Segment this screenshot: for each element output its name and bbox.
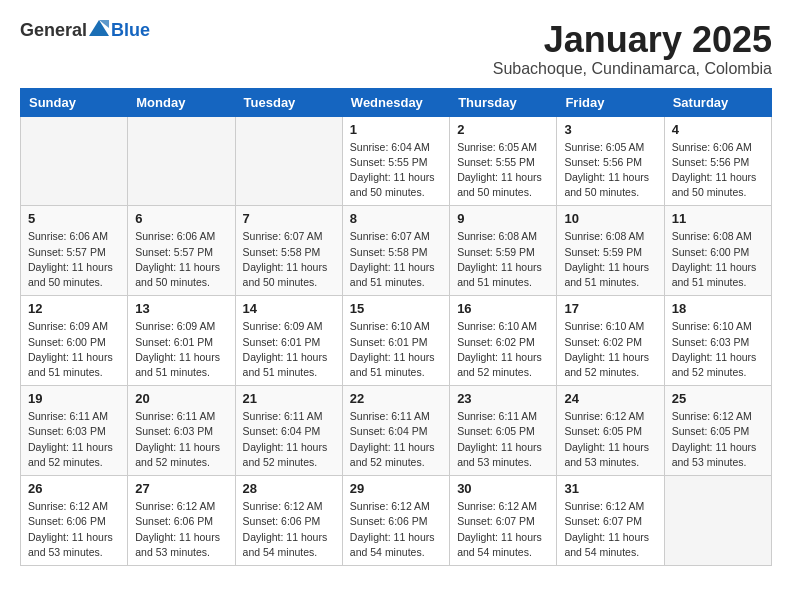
day-number: 4 — [672, 122, 764, 137]
day-number: 30 — [457, 481, 549, 496]
day-number: 18 — [672, 301, 764, 316]
day-number: 8 — [350, 211, 442, 226]
calendar-cell: 26Sunrise: 6:12 AM Sunset: 6:06 PM Dayli… — [21, 476, 128, 566]
day-number: 2 — [457, 122, 549, 137]
calendar-cell: 22Sunrise: 6:11 AM Sunset: 6:04 PM Dayli… — [342, 386, 449, 476]
day-info: Sunrise: 6:12 AM Sunset: 6:06 PM Dayligh… — [350, 499, 442, 560]
day-number: 17 — [564, 301, 656, 316]
calendar-cell: 10Sunrise: 6:08 AM Sunset: 5:59 PM Dayli… — [557, 206, 664, 296]
calendar-cell: 20Sunrise: 6:11 AM Sunset: 6:03 PM Dayli… — [128, 386, 235, 476]
day-info: Sunrise: 6:10 AM Sunset: 6:02 PM Dayligh… — [564, 319, 656, 380]
calendar-cell — [235, 116, 342, 206]
calendar-cell: 25Sunrise: 6:12 AM Sunset: 6:05 PM Dayli… — [664, 386, 771, 476]
weekday-header-row: SundayMondayTuesdayWednesdayThursdayFrid… — [21, 88, 772, 116]
calendar-cell: 4Sunrise: 6:06 AM Sunset: 5:56 PM Daylig… — [664, 116, 771, 206]
day-info: Sunrise: 6:12 AM Sunset: 6:05 PM Dayligh… — [564, 409, 656, 470]
calendar-cell: 2Sunrise: 6:05 AM Sunset: 5:55 PM Daylig… — [450, 116, 557, 206]
day-number: 28 — [243, 481, 335, 496]
day-number: 20 — [135, 391, 227, 406]
logo-icon — [89, 20, 109, 36]
weekday-header-monday: Monday — [128, 88, 235, 116]
day-info: Sunrise: 6:06 AM Sunset: 5:57 PM Dayligh… — [135, 229, 227, 290]
logo-general-text: General — [20, 20, 87, 40]
day-info: Sunrise: 6:11 AM Sunset: 6:04 PM Dayligh… — [350, 409, 442, 470]
weekday-header-friday: Friday — [557, 88, 664, 116]
location-subtitle: Subachoque, Cundinamarca, Colombia — [493, 60, 772, 78]
calendar-week-3: 12Sunrise: 6:09 AM Sunset: 6:00 PM Dayli… — [21, 296, 772, 386]
day-info: Sunrise: 6:12 AM Sunset: 6:06 PM Dayligh… — [135, 499, 227, 560]
calendar-cell: 3Sunrise: 6:05 AM Sunset: 5:56 PM Daylig… — [557, 116, 664, 206]
calendar-cell: 19Sunrise: 6:11 AM Sunset: 6:03 PM Dayli… — [21, 386, 128, 476]
day-number: 6 — [135, 211, 227, 226]
day-info: Sunrise: 6:09 AM Sunset: 6:00 PM Dayligh… — [28, 319, 120, 380]
calendar-cell: 12Sunrise: 6:09 AM Sunset: 6:00 PM Dayli… — [21, 296, 128, 386]
day-number: 22 — [350, 391, 442, 406]
calendar-cell: 18Sunrise: 6:10 AM Sunset: 6:03 PM Dayli… — [664, 296, 771, 386]
logo-blue-text: Blue — [111, 20, 150, 40]
day-number: 29 — [350, 481, 442, 496]
day-info: Sunrise: 6:10 AM Sunset: 6:02 PM Dayligh… — [457, 319, 549, 380]
day-info: Sunrise: 6:06 AM Sunset: 5:56 PM Dayligh… — [672, 140, 764, 201]
calendar-cell: 24Sunrise: 6:12 AM Sunset: 6:05 PM Dayli… — [557, 386, 664, 476]
calendar-cell: 7Sunrise: 6:07 AM Sunset: 5:58 PM Daylig… — [235, 206, 342, 296]
calendar-table: SundayMondayTuesdayWednesdayThursdayFrid… — [20, 88, 772, 566]
day-info: Sunrise: 6:12 AM Sunset: 6:06 PM Dayligh… — [243, 499, 335, 560]
title-block: January 2025 Subachoque, Cundinamarca, C… — [493, 20, 772, 78]
day-number: 1 — [350, 122, 442, 137]
day-number: 31 — [564, 481, 656, 496]
day-info: Sunrise: 6:08 AM Sunset: 6:00 PM Dayligh… — [672, 229, 764, 290]
day-number: 21 — [243, 391, 335, 406]
logo: GeneralBlue — [20, 20, 150, 41]
weekday-header-saturday: Saturday — [664, 88, 771, 116]
day-number: 11 — [672, 211, 764, 226]
day-info: Sunrise: 6:12 AM Sunset: 6:07 PM Dayligh… — [564, 499, 656, 560]
calendar-cell: 23Sunrise: 6:11 AM Sunset: 6:05 PM Dayli… — [450, 386, 557, 476]
day-info: Sunrise: 6:09 AM Sunset: 6:01 PM Dayligh… — [135, 319, 227, 380]
calendar-cell: 27Sunrise: 6:12 AM Sunset: 6:06 PM Dayli… — [128, 476, 235, 566]
calendar-cell: 13Sunrise: 6:09 AM Sunset: 6:01 PM Dayli… — [128, 296, 235, 386]
day-info: Sunrise: 6:08 AM Sunset: 5:59 PM Dayligh… — [564, 229, 656, 290]
day-info: Sunrise: 6:08 AM Sunset: 5:59 PM Dayligh… — [457, 229, 549, 290]
calendar-cell: 9Sunrise: 6:08 AM Sunset: 5:59 PM Daylig… — [450, 206, 557, 296]
calendar-cell — [128, 116, 235, 206]
day-number: 9 — [457, 211, 549, 226]
calendar-cell: 6Sunrise: 6:06 AM Sunset: 5:57 PM Daylig… — [128, 206, 235, 296]
day-number: 24 — [564, 391, 656, 406]
day-info: Sunrise: 6:11 AM Sunset: 6:04 PM Dayligh… — [243, 409, 335, 470]
day-number: 5 — [28, 211, 120, 226]
weekday-header-sunday: Sunday — [21, 88, 128, 116]
calendar-cell: 5Sunrise: 6:06 AM Sunset: 5:57 PM Daylig… — [21, 206, 128, 296]
day-info: Sunrise: 6:10 AM Sunset: 6:03 PM Dayligh… — [672, 319, 764, 380]
day-info: Sunrise: 6:10 AM Sunset: 6:01 PM Dayligh… — [350, 319, 442, 380]
calendar-cell: 14Sunrise: 6:09 AM Sunset: 6:01 PM Dayli… — [235, 296, 342, 386]
day-number: 3 — [564, 122, 656, 137]
day-info: Sunrise: 6:07 AM Sunset: 5:58 PM Dayligh… — [243, 229, 335, 290]
day-info: Sunrise: 6:12 AM Sunset: 6:07 PM Dayligh… — [457, 499, 549, 560]
calendar-cell: 16Sunrise: 6:10 AM Sunset: 6:02 PM Dayli… — [450, 296, 557, 386]
day-number: 13 — [135, 301, 227, 316]
weekday-header-wednesday: Wednesday — [342, 88, 449, 116]
day-number: 27 — [135, 481, 227, 496]
calendar-cell: 21Sunrise: 6:11 AM Sunset: 6:04 PM Dayli… — [235, 386, 342, 476]
day-number: 10 — [564, 211, 656, 226]
calendar-cell: 30Sunrise: 6:12 AM Sunset: 6:07 PM Dayli… — [450, 476, 557, 566]
calendar-week-5: 26Sunrise: 6:12 AM Sunset: 6:06 PM Dayli… — [21, 476, 772, 566]
day-number: 23 — [457, 391, 549, 406]
day-number: 16 — [457, 301, 549, 316]
day-number: 19 — [28, 391, 120, 406]
weekday-header-thursday: Thursday — [450, 88, 557, 116]
day-info: Sunrise: 6:06 AM Sunset: 5:57 PM Dayligh… — [28, 229, 120, 290]
day-info: Sunrise: 6:11 AM Sunset: 6:03 PM Dayligh… — [28, 409, 120, 470]
calendar-cell — [21, 116, 128, 206]
day-info: Sunrise: 6:12 AM Sunset: 6:05 PM Dayligh… — [672, 409, 764, 470]
day-info: Sunrise: 6:12 AM Sunset: 6:06 PM Dayligh… — [28, 499, 120, 560]
calendar-week-2: 5Sunrise: 6:06 AM Sunset: 5:57 PM Daylig… — [21, 206, 772, 296]
day-info: Sunrise: 6:05 AM Sunset: 5:56 PM Dayligh… — [564, 140, 656, 201]
calendar-cell: 8Sunrise: 6:07 AM Sunset: 5:58 PM Daylig… — [342, 206, 449, 296]
day-number: 7 — [243, 211, 335, 226]
calendar-week-4: 19Sunrise: 6:11 AM Sunset: 6:03 PM Dayli… — [21, 386, 772, 476]
calendar-week-1: 1Sunrise: 6:04 AM Sunset: 5:55 PM Daylig… — [21, 116, 772, 206]
calendar-cell: 11Sunrise: 6:08 AM Sunset: 6:00 PM Dayli… — [664, 206, 771, 296]
day-info: Sunrise: 6:04 AM Sunset: 5:55 PM Dayligh… — [350, 140, 442, 201]
calendar-cell: 28Sunrise: 6:12 AM Sunset: 6:06 PM Dayli… — [235, 476, 342, 566]
